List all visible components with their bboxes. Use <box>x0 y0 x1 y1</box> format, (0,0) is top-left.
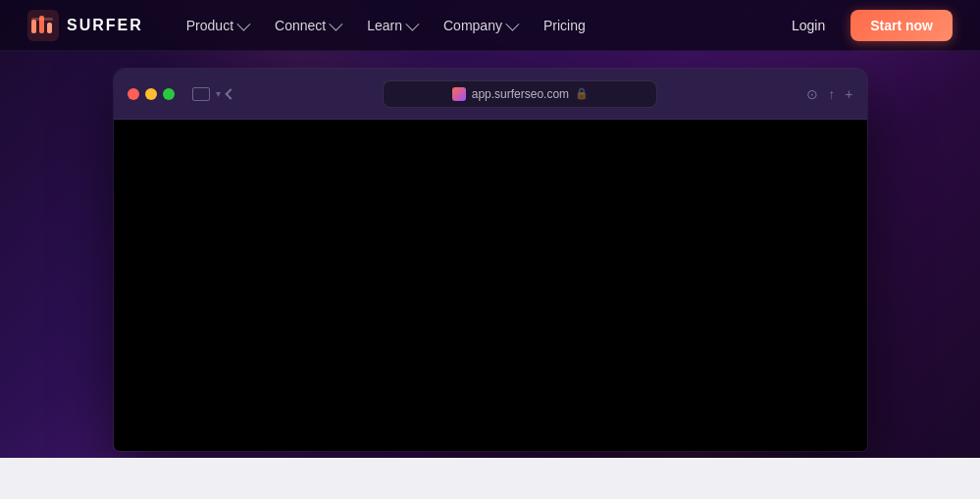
browser-mockup: ▾ app.surferseo.com 🔒 ⊙ ↑ + <box>114 69 867 451</box>
nav-connect-label: Connect <box>275 18 326 33</box>
logo[interactable]: SURFER <box>27 10 143 41</box>
nav-item-learn[interactable]: Learn <box>355 12 428 39</box>
main-content: ▾ app.surferseo.com 🔒 ⊙ ↑ + <box>0 51 980 499</box>
start-now-button[interactable]: Start now <box>851 10 953 41</box>
chevron-down-icon <box>405 17 419 30</box>
address-bar[interactable]: app.surferseo.com 🔒 <box>383 80 657 108</box>
chevron-down-icon <box>505 17 519 30</box>
maximize-traffic-light[interactable] <box>163 88 175 100</box>
svg-rect-1 <box>31 20 36 33</box>
nav-pricing-label: Pricing <box>543 18 586 33</box>
navbar-left: SURFER Product Connect Learn Company Pri… <box>27 10 597 41</box>
address-text: app.surferseo.com <box>472 87 569 101</box>
minimize-traffic-light[interactable] <box>145 88 157 100</box>
tab-icon[interactable] <box>192 87 210 101</box>
traffic-lights <box>128 88 175 100</box>
nav-item-pricing[interactable]: Pricing <box>532 12 597 39</box>
lock-icon: 🔒 <box>575 87 589 100</box>
share-icon[interactable]: ↑ <box>828 86 835 102</box>
logo-text: SURFER <box>67 17 143 34</box>
svg-rect-3 <box>47 23 52 33</box>
svg-rect-4 <box>31 18 53 21</box>
surfer-logo-icon <box>27 10 59 41</box>
browser-tab-controls: ▾ <box>192 87 234 101</box>
history-icon[interactable]: ⊙ <box>806 86 818 102</box>
navbar: SURFER Product Connect Learn Company Pri… <box>0 0 980 51</box>
login-button[interactable]: Login <box>778 12 839 39</box>
nav-links: Product Connect Learn Company Pricing <box>175 12 597 39</box>
nav-item-connect[interactable]: Connect <box>263 12 351 39</box>
bottom-bar <box>0 458 980 499</box>
chevron-down-icon: ▾ <box>216 88 221 99</box>
nav-company-label: Company <box>443 18 502 33</box>
nav-item-company[interactable]: Company <box>432 12 528 39</box>
nav-learn-label: Learn <box>367 18 402 33</box>
browser-actions: ⊙ ↑ + <box>806 86 852 102</box>
chevron-down-icon <box>330 17 343 30</box>
chevron-down-icon <box>236 17 250 30</box>
nav-product-label: Product <box>186 18 233 33</box>
browser-content <box>114 120 867 451</box>
favicon-icon <box>452 87 466 101</box>
close-traffic-light[interactable] <box>128 88 139 100</box>
back-icon[interactable] <box>225 88 235 99</box>
nav-item-product[interactable]: Product <box>175 12 259 39</box>
browser-chrome: ▾ app.surferseo.com 🔒 ⊙ ↑ + <box>114 69 867 120</box>
navbar-right: Login Start now <box>778 10 953 41</box>
new-tab-icon[interactable]: + <box>845 86 852 102</box>
